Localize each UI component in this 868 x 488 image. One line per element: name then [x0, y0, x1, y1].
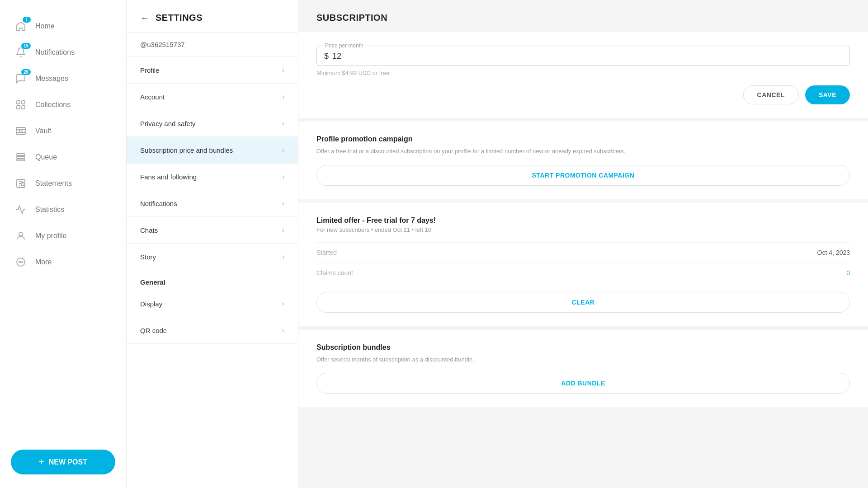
claims-row: Claims count 0 — [316, 263, 850, 283]
profile-icon — [15, 230, 26, 241]
sidebar-item-statements[interactable]: Statements — [0, 171, 126, 196]
price-input[interactable] — [332, 52, 842, 61]
sidebar-item-statistics[interactable]: Statistics — [0, 197, 126, 222]
collections-icon-wrap — [14, 98, 28, 112]
sidebar-item-vault-label: Vault — [35, 127, 51, 135]
claims-label: Claims count — [316, 269, 353, 277]
settings-menu-fans-label: Fans and following — [140, 173, 197, 181]
svg-rect-10 — [22, 183, 24, 186]
settings-menu-item-qrcode[interactable]: QR code › — [127, 317, 298, 344]
limited-offer-card: Limited offer - Free trial for 7 days! F… — [298, 203, 868, 326]
svg-rect-3 — [22, 106, 25, 109]
started-row: Started Oct 4, 2023 — [316, 242, 850, 263]
started-value: Oct 4, 2023 — [817, 249, 850, 256]
chevron-icon: › — [282, 253, 284, 261]
svg-point-15 — [22, 262, 23, 263]
sidebar-item-my-profile-label: My profile — [35, 232, 66, 240]
sidebar-item-messages[interactable]: 20 Messages — [0, 66, 126, 91]
sidebar-item-collections-label: Collections — [35, 101, 71, 109]
limited-offer-title: Limited offer - Free trial for 7 days! — [316, 216, 850, 225]
settings-menu-item-fans[interactable]: Fans and following › — [127, 164, 298, 190]
settings-menu-notifications-label: Notifications — [140, 200, 177, 207]
clear-button[interactable]: CLEAR — [316, 292, 850, 313]
settings-title: SETTINGS — [156, 13, 203, 23]
settings-menu-privacy-label: Privacy and safety — [140, 120, 196, 127]
sidebar-item-home[interactable]: 1 Home — [0, 14, 126, 39]
settings-menu-item-profile[interactable]: Profile › — [127, 57, 298, 84]
price-input-label: Price per month — [323, 42, 365, 49]
notifications-badge: 15 — [21, 43, 31, 49]
settings-menu-item-notifications[interactable]: Notifications › — [127, 190, 298, 217]
more-icon-wrap — [14, 255, 28, 269]
cancel-button[interactable]: CANCEL — [743, 85, 799, 104]
my-profile-icon-wrap — [14, 229, 28, 243]
bundles-description: Offer several months of subscription as … — [316, 355, 850, 364]
notifications-icon-wrap: 15 — [14, 45, 28, 60]
svg-rect-8 — [17, 159, 25, 161]
sidebar-item-statistics-label: Statistics — [35, 206, 64, 214]
started-label: Started — [316, 249, 337, 256]
sidebar-item-messages-label: Messages — [35, 75, 68, 83]
queue-icon-wrap — [14, 150, 28, 164]
start-promotion-button[interactable]: START PROMOTION CAMPAIGN — [316, 165, 850, 186]
chevron-icon: › — [282, 300, 284, 308]
new-post-button[interactable]: + NEW POST — [11, 450, 115, 474]
settings-menu-item-story[interactable]: Story › — [127, 244, 298, 270]
limited-offer-subtitle: For new subscribers • ended Oct 11 • lef… — [316, 226, 850, 233]
add-bundle-button[interactable]: ADD BUNDLE — [316, 373, 850, 394]
settings-menu-chats-label: Chats — [140, 226, 158, 234]
more-icon — [15, 257, 26, 267]
sidebar-item-queue[interactable]: Queue — [0, 145, 126, 170]
sidebar-item-my-profile[interactable]: My profile — [0, 223, 126, 249]
settings-menu-item-subscription[interactable]: Subscription price and bundles › — [127, 137, 298, 164]
sidebar-item-home-label: Home — [35, 22, 55, 30]
statements-icon-wrap — [14, 176, 28, 191]
settings-menu-qrcode-label: QR code — [140, 327, 167, 334]
settings-menu-item-privacy[interactable]: Privacy and safety › — [127, 110, 298, 137]
chevron-icon: › — [282, 93, 284, 101]
price-section: Price per month $ Minimum $4.99 USD or f… — [298, 32, 868, 118]
statistics-icon — [15, 204, 26, 215]
settings-menu-item-display[interactable]: Display › — [127, 291, 298, 317]
svg-rect-1 — [22, 101, 25, 104]
chevron-icon: › — [282, 326, 284, 334]
bundles-title: Subscription bundles — [316, 343, 850, 352]
settings-menu-account-label: Account — [140, 93, 165, 101]
sidebar-item-collections[interactable]: Collections — [0, 92, 126, 117]
save-button[interactable]: SAVE — [805, 85, 850, 104]
settings-panel: ← SETTINGS @u362515737 Profile › Account… — [127, 0, 298, 488]
chevron-icon: › — [282, 66, 284, 74]
sidebar: 1 Home 15 Notifications 20 Mes — [0, 0, 127, 488]
svg-rect-4 — [16, 127, 25, 135]
sidebar-item-more[interactable]: More — [0, 249, 126, 275]
vault-icon-wrap — [14, 124, 28, 138]
svg-point-11 — [19, 232, 23, 236]
messages-badge: 20 — [21, 69, 31, 75]
vault-icon — [15, 126, 26, 136]
messages-icon-wrap: 20 — [14, 71, 28, 86]
settings-menu-display-label: Display — [140, 300, 162, 308]
sidebar-item-queue-label: Queue — [35, 153, 57, 161]
new-post-label: NEW POST — [49, 458, 87, 466]
claims-value: 0 — [846, 269, 850, 277]
settings-menu-item-account[interactable]: Account › — [127, 84, 298, 110]
settings-username: @u362515737 — [127, 33, 298, 57]
subscription-panel: SUBSCRIPTION Price per month $ Minimum $… — [298, 0, 868, 488]
back-icon[interactable]: ← — [140, 13, 149, 23]
statistics-icon-wrap — [14, 202, 28, 217]
statements-icon — [15, 178, 26, 189]
subscription-header: SUBSCRIPTION — [298, 0, 868, 32]
chevron-icon: › — [282, 146, 284, 154]
promotion-description: Offer a free trial or a discounted subsc… — [316, 147, 850, 156]
settings-menu-item-chats[interactable]: Chats › — [127, 217, 298, 244]
sidebar-item-notifications[interactable]: 15 Notifications — [0, 40, 126, 65]
chevron-icon: › — [282, 226, 284, 234]
settings-menu-profile-label: Profile — [140, 66, 160, 74]
svg-rect-0 — [17, 101, 20, 104]
svg-rect-2 — [17, 106, 20, 109]
home-badge: 1 — [23, 17, 31, 23]
svg-point-13 — [19, 262, 20, 263]
sidebar-item-vault[interactable]: Vault — [0, 118, 126, 144]
chevron-icon: › — [282, 119, 284, 127]
bundles-card: Subscription bundles Offer several month… — [298, 330, 868, 408]
